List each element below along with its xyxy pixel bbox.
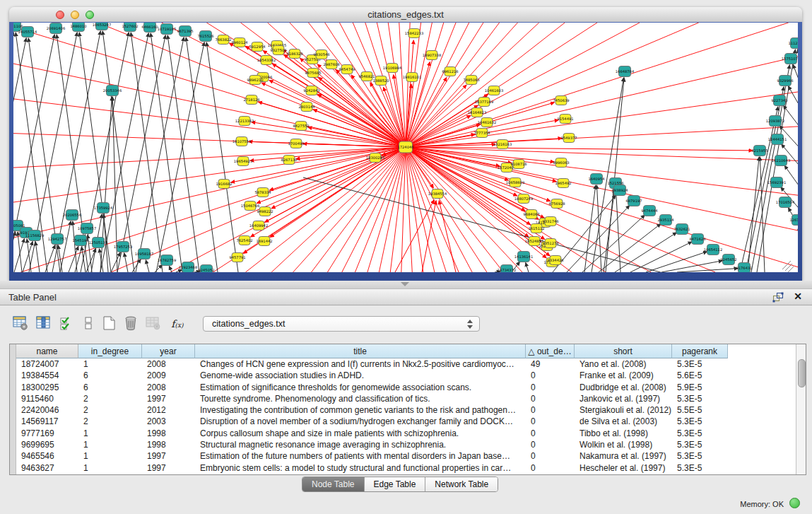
close-panel-icon[interactable]: ✕ — [794, 291, 802, 302]
graph-node[interactable]: 7615526 — [197, 31, 213, 42]
graph-node[interactable]: 9327506 — [270, 46, 286, 55]
graph-node[interactable]: 9896210 — [247, 76, 263, 85]
graph-node[interactable]: 6961216 — [442, 67, 458, 76]
tab-network-table[interactable]: Network Table — [425, 477, 498, 491]
graph-node[interactable]: 7485063 — [463, 76, 479, 85]
table-cell-year[interactable]: 2008 — [142, 358, 195, 370]
graph-node[interactable]: 12213383 — [235, 117, 254, 126]
graph-node[interactable]: 6879197 — [625, 196, 642, 206]
table-cell-pagerank[interactable]: 5.6E-5 — [672, 370, 728, 381]
table-cell-name[interactable]: 9699695 — [16, 439, 78, 450]
graph-node[interactable]: 7632621 — [673, 224, 690, 235]
table-cell-title[interactable]: Corpus callosum shape and size in male p… — [195, 428, 526, 439]
graph-node[interactable]: 17016504 — [776, 197, 795, 208]
table-cell-in_degree[interactable]: 1 — [78, 358, 142, 370]
column-header-in_degree[interactable]: in_degree — [78, 344, 142, 358]
table-cell-title[interactable]: Embryonic stem cells: a model to study s… — [195, 462, 526, 474]
graph-node[interactable]: 9671395 — [177, 26, 193, 37]
graph-node[interactable]: 20691406 — [47, 23, 65, 34]
graph-node[interactable]: 8471626 — [689, 234, 705, 245]
table-cell-pagerank[interactable]: 5.3E-5 — [672, 416, 728, 427]
tab-edge-table[interactable]: Edge Table — [365, 477, 426, 491]
graph-node[interactable]: 9245052 — [198, 265, 214, 273]
graph-node[interactable]: 9227343 — [771, 95, 787, 106]
table-cell-title[interactable]: Tourette syndrome. Phenomenology and cla… — [195, 393, 526, 404]
graph-node[interactable]: 16734372 — [498, 265, 516, 273]
network-canvas[interactable]: 7663822896012459129541042260593275068186… — [13, 23, 798, 272]
table-cell-pagerank[interactable]: 5.3E-5 — [672, 393, 728, 404]
table-cell-pagerank[interactable]: 5.3E-5 — [672, 439, 728, 450]
table-cell-out_degree[interactable]: 0 — [526, 450, 575, 462]
graph-node[interactable]: 5912954 — [249, 42, 266, 52]
table-cell-pagerank[interactable]: 5.3E-5 — [672, 428, 728, 439]
graph-node[interactable]: 6466160 — [141, 23, 158, 33]
delete-column-button[interactable] — [122, 315, 140, 335]
graph-node[interactable]: 9830546 — [313, 50, 329, 59]
graph-node[interactable]: 20206556 — [63, 210, 81, 221]
table-cell-year[interactable]: 2008 — [142, 382, 195, 393]
graph-node[interactable]: 18907338 — [423, 51, 441, 60]
graph-node[interactable]: 19816101 — [403, 73, 421, 82]
table-row[interactable]: 2242004622012Investigating the contribut… — [16, 404, 728, 416]
graph-node[interactable]: 1640954 — [588, 174, 605, 185]
table-scrollbar[interactable] — [796, 344, 806, 474]
column-header-name[interactable]: name — [16, 344, 78, 358]
table-cell-year[interactable]: 1997 — [142, 393, 195, 404]
table-cell-out_degree[interactable]: 0 — [526, 416, 575, 427]
select-all-rows-button[interactable] — [58, 315, 76, 335]
table-cell-out_degree[interactable]: 49 — [526, 358, 575, 370]
table-cell-year[interactable]: 2009 — [142, 370, 195, 381]
graph-node[interactable]: 8215955 — [751, 146, 767, 156]
graph-node[interactable]: 1965492 — [555, 179, 571, 188]
graph-node[interactable]: 15692391 — [767, 177, 786, 188]
graph-node[interactable]: 16377169 — [475, 98, 493, 107]
table-cell-out_degree[interactable]: 0 — [526, 382, 575, 393]
column-header-year[interactable]: year — [142, 344, 195, 358]
graph-node[interactable]: 10719185 — [158, 24, 176, 35]
graph-node[interactable]: 2987608 — [323, 60, 339, 69]
graph-node[interactable]: 1724046 — [397, 141, 413, 153]
table-cell-title[interactable]: Investigating the contribution of common… — [195, 404, 526, 416]
graph-node[interactable]: 12505135 — [89, 238, 107, 248]
graph-node[interactable]: 19654923 — [234, 157, 252, 166]
graph-node[interactable]: 9474444 — [641, 206, 658, 216]
graph-node[interactable]: 8267130 — [281, 156, 297, 165]
graph-node[interactable]: 1691442 — [256, 237, 272, 246]
table-cell-short[interactable]: Tibbo et al. (1998) — [575, 428, 672, 439]
table-cell-year[interactable]: 2012 — [142, 404, 195, 416]
table-cell-name[interactable]: 9777169 — [16, 428, 78, 439]
graph-node[interactable]: 12093872 — [766, 116, 784, 127]
table-cell-pagerank[interactable]: 5.9E-5 — [672, 382, 728, 393]
column-header-out_degree[interactable]: △ out_de… — [526, 344, 575, 358]
table-cell-short[interactable]: Nakamura et al. (1997) — [575, 450, 672, 462]
graph-node[interactable]: 10975857 — [78, 223, 96, 234]
graph-node[interactable]: 1267534 — [789, 215, 798, 226]
table-cell-pagerank[interactable]: 5.3E-5 — [672, 450, 728, 462]
table-cell-year[interactable]: 1997 — [142, 462, 195, 474]
table-cell-year[interactable]: 1998 — [142, 428, 195, 439]
table-cell-short[interactable]: Jankovic et al. (1997) — [575, 393, 672, 404]
graph-node[interactable]: 8454749 — [339, 65, 355, 74]
table-row[interactable]: 1456911722003Disruption of a novel membe… — [16, 416, 728, 427]
function-builder-button[interactable]: f(x) — [168, 318, 187, 338]
graph-node[interactable]: 1916682 — [216, 180, 232, 189]
graph-node[interactable]: 1545194 — [72, 235, 89, 246]
delete-table-button[interactable] — [144, 315, 163, 335]
table-cell-year[interactable]: 1998 — [142, 439, 195, 450]
table-cell-title[interactable]: Changes of HCN gene expression and I(f) … — [195, 358, 526, 370]
panel-divider[interactable] — [0, 281, 812, 288]
table-cell-out_degree[interactable]: 0 — [526, 404, 575, 416]
graph-node[interactable]: 12444151 — [768, 134, 787, 145]
graph-node[interactable]: 14136141 — [514, 252, 533, 262]
graph-node[interactable]: 2803144 — [298, 103, 315, 112]
table-row[interactable]: 946554611997Estimation of the future num… — [16, 450, 728, 462]
graph-node[interactable]: 9331746 — [542, 217, 558, 226]
table-row[interactable]: 946362711997Embryonic stem cells: a mode… — [16, 462, 728, 474]
graph-node[interactable]: 9242843 — [303, 86, 319, 95]
window-titlebar[interactable]: citations_edges.txt — [9, 7, 802, 23]
graph-node[interactable]: 15842233 — [405, 29, 423, 38]
graph-node[interactable]: 10958187 — [135, 249, 153, 259]
column-header-title[interactable]: title — [195, 344, 526, 358]
graph-node[interactable]: 8996063 — [553, 158, 569, 168]
graph-node[interactable]: 10653287 — [93, 23, 111, 30]
